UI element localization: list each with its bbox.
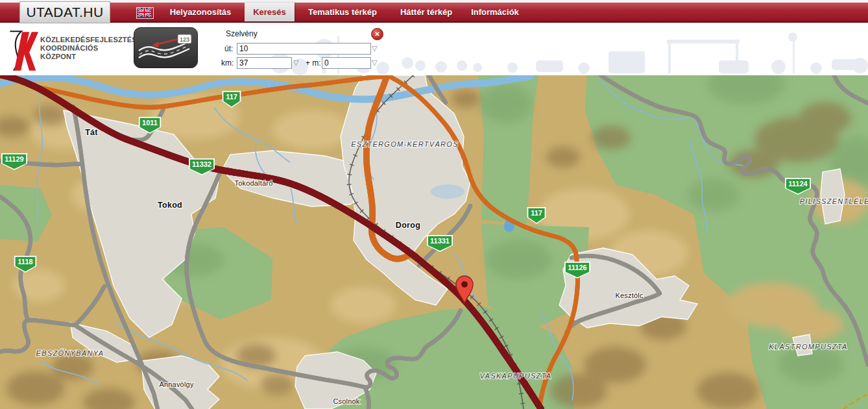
road-section-tool-button[interactable]: 123 bbox=[134, 27, 198, 68]
map-label-vaskapupuszta: VASKAPUPUSZTA bbox=[480, 372, 552, 380]
kkk-logo bbox=[5, 28, 39, 73]
km-label: km: bbox=[221, 58, 234, 68]
m-dropdown-icon[interactable]: ▽ bbox=[372, 59, 381, 66]
tab-helyazonositas[interactable]: Helyazonosítás bbox=[162, 3, 239, 21]
logo-text: KÖZLEKEDÉSFEJLESZTÉSI KOORDINÁCIÓS KÖZPO… bbox=[40, 36, 139, 61]
km-row: km: ▽ + m: ▽ bbox=[217, 57, 387, 69]
road-badge-text: 117 bbox=[226, 93, 237, 101]
map-canvas[interactable]: 117101111129113321118113311171112611124T… bbox=[0, 75, 868, 409]
logo-line-2: KOORDINÁCIÓS bbox=[40, 44, 139, 53]
road-badge-text: 11126 bbox=[568, 264, 586, 271]
map-label-pilisszentl-lek: PILISSZENTLÉLEK bbox=[800, 197, 868, 205]
map-label-tokodalt-r-: Tokodaltáró bbox=[234, 179, 272, 187]
road-badge-text: 1118 bbox=[18, 258, 32, 266]
m-label: + m: bbox=[306, 58, 321, 68]
map-label-klastrompuszta: KLASTROMPUSZTA bbox=[769, 343, 847, 351]
tab-tematikus-terkep[interactable]: Tematikus térkép bbox=[304, 3, 381, 21]
map-label-ebsz-nyb-nya: EBSZŐNYBÁNYA bbox=[36, 349, 104, 357]
road-badge-text: 1011 bbox=[142, 119, 158, 127]
tab-hatter-terkep[interactable]: Háttér térkép bbox=[389, 3, 463, 21]
logo-line-1: KÖZLEKEDÉSFEJLESZTÉSI bbox=[40, 36, 139, 44]
map-label-keszt-lc: Kesztölc bbox=[615, 291, 643, 299]
road-section-icon: 123 bbox=[134, 27, 198, 68]
map-label-tokod: Tokod bbox=[158, 201, 182, 210]
tab-informaciok[interactable]: Információk bbox=[461, 3, 529, 21]
road-badge-text: 117 bbox=[531, 209, 542, 217]
road-button-sign-text: 123 bbox=[180, 36, 189, 43]
language-flag-english[interactable] bbox=[136, 7, 154, 19]
map-label-dorog: Dorog bbox=[396, 221, 420, 230]
map-label-t-t: Tát bbox=[85, 128, 98, 137]
km-input[interactable] bbox=[237, 57, 292, 69]
road-badge-text: 11332 bbox=[192, 160, 211, 168]
panel-title: Szelvény bbox=[226, 29, 258, 38]
uk-flag-icon bbox=[137, 8, 152, 17]
utadat-app-window: UTADAT.HU Helyazonosítás Keresés Tematik… bbox=[0, 0, 868, 409]
close-icon[interactable]: ✕ bbox=[371, 28, 383, 40]
pond-large bbox=[431, 184, 464, 199]
ut-label: út: bbox=[224, 44, 233, 53]
logo-line-3: KÖZPONT bbox=[40, 53, 139, 61]
szelveny-panel: Szelvény ✕ út: ▽ km: ▽ + m: ▽ bbox=[217, 28, 387, 72]
map-svg: 117101111129113321118113311171112611124T… bbox=[0, 75, 868, 409]
site-title: UTADAT.HU bbox=[19, 1, 110, 23]
page-header: KÖZLEKEDÉSFEJLESZTÉSI KOORDINÁCIÓS KÖZPO… bbox=[0, 23, 868, 75]
road-badge-text: 11124 bbox=[788, 180, 808, 188]
road-badge-text: 11331 bbox=[430, 237, 450, 245]
km-dropdown-icon[interactable]: ▽ bbox=[293, 59, 302, 66]
ut-row: út: ▽ bbox=[217, 43, 387, 55]
ut-input[interactable] bbox=[237, 43, 371, 55]
map-label-annav-lgy: Annavölgy bbox=[159, 380, 193, 388]
m-input[interactable] bbox=[322, 57, 371, 69]
tab-kereses[interactable]: Keresés bbox=[245, 3, 295, 21]
map-label-csolnok: Csolnok bbox=[333, 397, 359, 405]
road-badge-text: 11129 bbox=[5, 155, 23, 163]
ut-dropdown-icon[interactable]: ▽ bbox=[372, 45, 381, 51]
map-label-esztergom-kertv-ros: ESZTERGOM-KERTVÁROS bbox=[351, 140, 459, 148]
